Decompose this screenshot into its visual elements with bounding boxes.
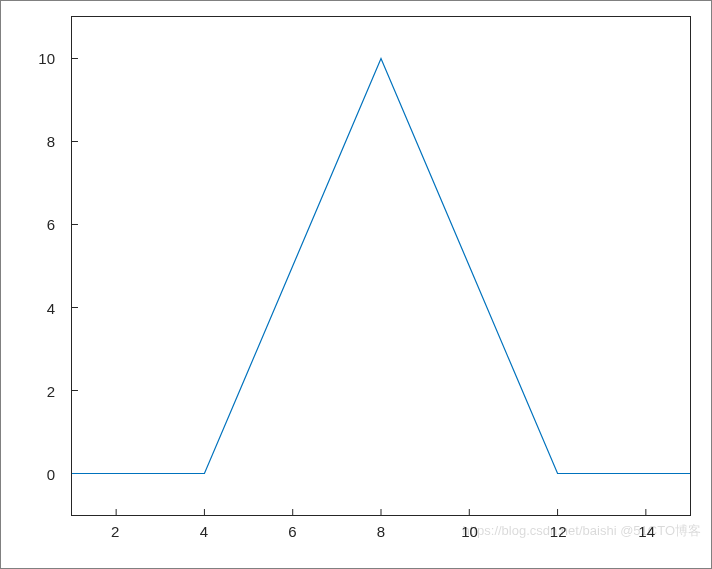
y-tick-label: 10 (1, 49, 55, 66)
x-tick-label: 4 (184, 523, 224, 540)
x-tick-label: 6 (272, 523, 312, 540)
x-tick-label: 10 (450, 523, 490, 540)
chart-svg (72, 17, 690, 515)
y-tick-label: 4 (1, 299, 55, 316)
y-tick-label: 0 (1, 466, 55, 483)
x-tick-label: 14 (627, 523, 667, 540)
chart-axes (71, 16, 691, 516)
x-tick-label: 2 (95, 523, 135, 540)
y-tick-label: 8 (1, 133, 55, 150)
y-tick-label: 6 (1, 216, 55, 233)
figure-window: 0 2 4 6 8 10 2 4 6 8 10 12 14 https://bl… (0, 0, 712, 569)
x-ticks (116, 509, 646, 515)
y-tick-label: 2 (1, 383, 55, 400)
x-tick-label: 8 (361, 523, 401, 540)
x-tick-label: 12 (538, 523, 578, 540)
data-line (72, 59, 690, 474)
y-ticks (72, 59, 78, 474)
